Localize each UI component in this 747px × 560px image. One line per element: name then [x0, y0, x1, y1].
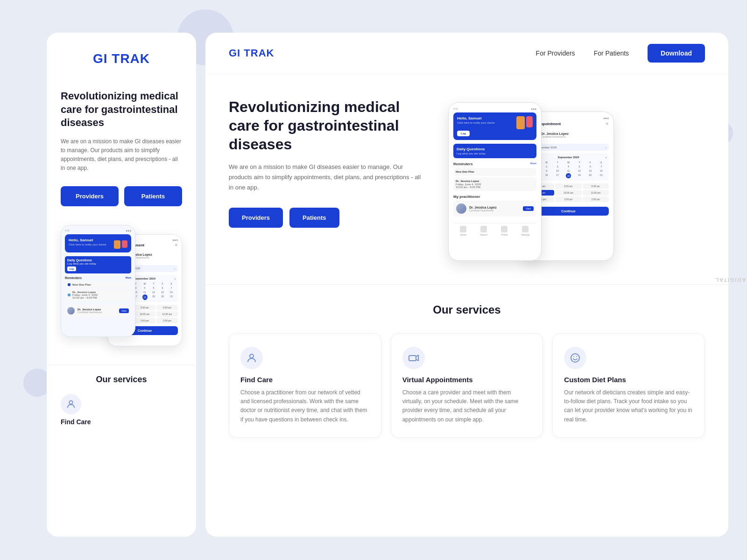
hero-section-right: Revolutionizing medical care for gastroi… [205, 74, 728, 284]
download-button[interactable]: Download [648, 44, 705, 63]
virtual-appt-icon [402, 347, 425, 369]
virtual-appt-desc: Choose a care provider and meet with the… [402, 388, 532, 424]
diet-plans-icon [564, 347, 586, 369]
cal-next[interactable]: › [606, 156, 606, 159]
nav-for-patients[interactable]: For Patients [594, 49, 629, 57]
phone-mockup-main-left: 9:41▶▶▮ Hello, Samuel Click here to noti… [61, 225, 135, 337]
phone-mockup-main-right: 9:41▶▶▮ Hello, Samuel Click here to noti… [448, 102, 542, 261]
nav-settings[interactable]: Settings [521, 226, 529, 236]
find-care-icon [240, 347, 263, 369]
svg-marker-3 [416, 355, 418, 361]
diet-plans-title: Custom Diet Plans [564, 376, 693, 384]
time-slot[interactable]: 11:00 am [156, 311, 178, 317]
time-slot[interactable]: 1:00 pm [134, 318, 155, 323]
service-card-find-care-left: Find Care [61, 394, 182, 426]
view-doctor-btn[interactable]: View [523, 206, 534, 211]
phone-mockups-right: 9:41▶▶▮ Hello, Samuel Click here to noti… [439, 98, 616, 266]
hero-desc-left: We are on a mission to make GI diseases … [61, 137, 182, 173]
nav-search[interactable]: Search [480, 226, 487, 236]
virtual-appt-title: Virtual Appointments [402, 376, 532, 384]
time-slot[interactable]: 9:30 am [156, 305, 178, 310]
hero-title-right: Revolutionizing medical care for gastroi… [229, 98, 425, 154]
right-panel: GI TRAK For Providers For Patients Downl… [205, 33, 728, 537]
time-slot[interactable]: 9:30 am [583, 183, 609, 189]
phone-mockups-left: 9:41▶▶▮ Hello, Samuel Click here to noti… [56, 220, 187, 351]
time-slot[interactable]: 10:00 am [555, 190, 581, 196]
panels-container: GI TRAK Revolutionizing medical care for… [47, 33, 728, 537]
hero-text-right: Revolutionizing medical care for gastroi… [229, 98, 425, 228]
find-care-title-left: Find Care [61, 418, 182, 426]
providers-button-left[interactable]: Providers [61, 186, 119, 206]
time-slot[interactable]: 11:00 am [583, 190, 609, 196]
services-cards: Find Care Choose a practitioner from our… [229, 333, 705, 438]
svg-point-4 [571, 354, 579, 362]
svg-rect-2 [409, 356, 416, 361]
logo-left: GI TRAK [61, 51, 182, 66]
top-nav: GI TRAK For Providers For Patients Downl… [205, 33, 728, 74]
hero-buttons-left: Providers Patients [61, 186, 182, 206]
services-section-left: Our services Find Care [47, 365, 196, 435]
services-title-right: Our services [229, 303, 705, 316]
service-card-find-care: Find Care Choose a practitioner from our… [229, 333, 381, 438]
patients-button-left[interactable]: Patients [124, 186, 182, 206]
close-appt-icon[interactable]: ✕ [175, 243, 178, 247]
service-card-virtual-appt: Virtual Appointments Choose a care provi… [391, 333, 543, 438]
hero-cta-buttons: Providers Patients [229, 208, 425, 228]
svg-point-0 [69, 400, 72, 404]
phone-bottom-nav: Home Search Profile [453, 223, 536, 238]
time-slot[interactable]: 8:30 am [555, 183, 581, 189]
patients-button-right[interactable]: Patients [289, 208, 339, 228]
nav-links: For Providers For Patients Download [536, 44, 705, 63]
nav-home[interactable]: Home [460, 226, 466, 236]
watermark: @NEYADIGITAL [714, 277, 747, 283]
left-panel: GI TRAK Revolutionizing medical care for… [47, 33, 196, 537]
hero-title-left: Revolutionizing medical care for gastroi… [61, 90, 182, 130]
time-slot[interactable]: 1:00 pm [555, 196, 581, 202]
service-card-diet-plans: Custom Diet Plans Our network of dietici… [552, 333, 705, 438]
hero-desc-right: We are on a mission to make GI diseases … [229, 162, 425, 193]
find-care-icon-left [61, 394, 81, 414]
svg-point-1 [250, 354, 254, 358]
time-slot[interactable]: 2:00 pm [156, 318, 178, 323]
close-icon[interactable]: ✕ [606, 122, 609, 126]
nav-for-providers[interactable]: For Providers [536, 49, 575, 57]
services-title-left: Our services [61, 375, 182, 385]
logo-right: GI TRAK [229, 47, 274, 59]
providers-button-right[interactable]: Providers [229, 208, 283, 228]
find-care-desc: Choose a practitioner from our network o… [240, 388, 370, 424]
find-care-title: Find Care [240, 376, 370, 384]
diet-plans-desc: Our network of dieticians creates simple… [564, 388, 693, 424]
view-practitioner-btn[interactable]: View [119, 308, 129, 313]
time-slot[interactable]: 8:30 am [134, 305, 155, 310]
nav-profile[interactable]: Profile [501, 226, 507, 236]
time-slot[interactable]: 2:00 pm [583, 196, 609, 202]
time-slot[interactable]: 10:00 am [134, 311, 155, 317]
services-section-right: Our services Find Care Choose a practiti… [205, 284, 728, 456]
